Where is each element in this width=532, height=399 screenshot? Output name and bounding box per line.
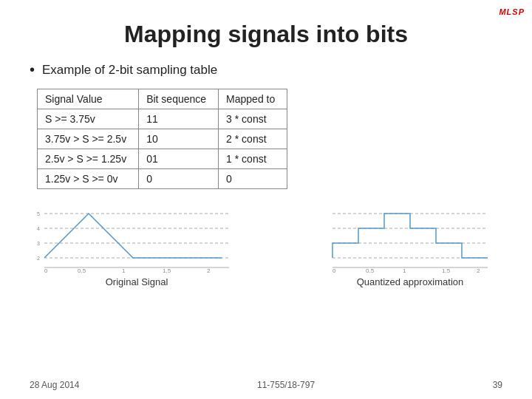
table-cell: 2.5v > S >= 1.25v [38,149,139,169]
table-cell: 2 * const [219,129,287,149]
mlsp-logo: MLSP [499,7,525,16]
bullet-icon: • [30,61,35,78]
original-signal-label: Original Signal [106,276,168,287]
svg-text:2: 2 [37,256,40,261]
footer-course: 11-755/18-797 [257,380,315,390]
svg-text:1.5: 1.5 [442,267,451,273]
table-cell: 10 [139,129,219,149]
table-cell: 0 [219,169,287,189]
table-header-cell: Bit sequence [139,89,219,109]
svg-text:0.5: 0.5 [366,267,375,273]
svg-text:3: 3 [37,241,40,246]
original-signal-chart: 0 0.5 1 1.5 2 5 4 3 2 [37,202,236,273]
table-row: S >= 3.75v113 * const [38,109,287,129]
quantized-signal-block: 0 0.5 1 1.5 2 Quantized approximation [325,202,495,287]
table-header-cell: Signal Value [38,89,139,109]
page: MLSP Mapping signals into bits • Example… [0,0,532,399]
table-row: 3.75v > S >= 2.5v102 * const [38,129,287,149]
table-cell: 11 [139,109,219,129]
svg-text:4: 4 [37,226,40,231]
table-cell: 3.75v > S >= 2.5v [38,129,139,149]
svg-text:2: 2 [477,267,480,273]
table-cell: 1.25v > S >= 0v [38,169,139,189]
original-signal-block: 0 0.5 1 1.5 2 5 4 3 2 Original Signal [37,202,236,287]
svg-text:0.5: 0.5 [78,267,86,273]
table-cell: 01 [139,149,219,169]
table-cell: 3 * const [219,109,287,129]
table-cell: 1 * const [219,149,287,169]
svg-text:1: 1 [122,267,126,273]
table-cell: 0 [139,169,219,189]
table-row: 1.25v > S >= 0v00 [38,169,287,189]
svg-text:2: 2 [207,267,211,273]
svg-text:5: 5 [37,211,40,216]
svg-text:0: 0 [332,267,336,273]
sampling-table-wrapper: Signal ValueBit sequenceMapped toS >= 3.… [37,89,502,189]
subtitle: • Example of 2-bit sampling table [30,61,502,78]
footer: 28 Aug 2014 11-755/18-797 39 [30,380,502,390]
footer-page: 39 [493,380,502,390]
charts-row: 0 0.5 1 1.5 2 5 4 3 2 Original Signal [30,202,502,287]
table-header-cell: Mapped to [219,89,287,109]
quantized-signal-label: Quantized approximation [357,276,464,287]
table-row: 2.5v > S >= 1.25v011 * const [38,149,287,169]
quantized-signal-chart: 0 0.5 1 1.5 2 [325,202,495,273]
subtitle-text: Example of 2-bit sampling table [42,63,217,78]
svg-text:0: 0 [44,267,48,273]
page-title: Mapping signals into bits [30,21,502,48]
footer-date: 28 Aug 2014 [30,380,79,390]
svg-text:1: 1 [403,267,406,273]
sampling-table: Signal ValueBit sequenceMapped toS >= 3.… [37,89,287,189]
table-cell: S >= 3.75v [38,109,139,129]
svg-text:1.5: 1.5 [163,267,171,273]
